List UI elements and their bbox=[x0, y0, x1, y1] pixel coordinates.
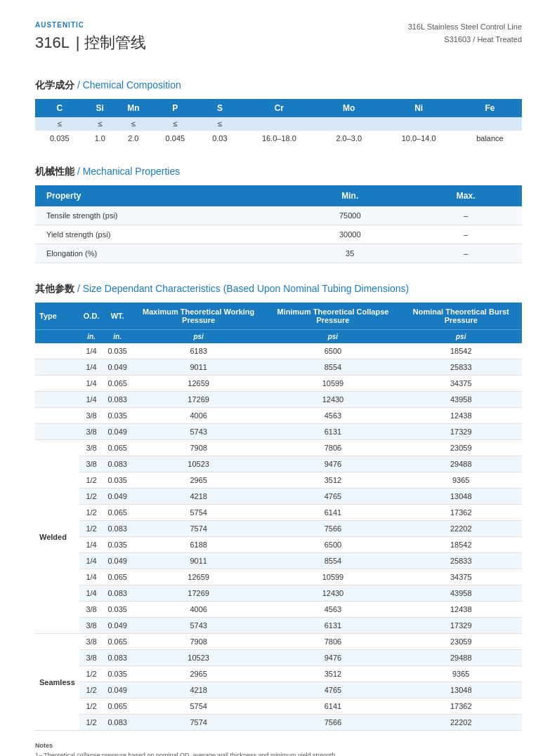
table-row: 1/20.035296535129365 bbox=[35, 472, 522, 489]
sub-fe bbox=[458, 117, 522, 131]
val-mo: 2.0–3.0 bbox=[318, 131, 379, 147]
size-cell-mtwp: 17269 bbox=[131, 585, 266, 602]
size-cell-ntbp: 34375 bbox=[400, 569, 523, 585]
size-cell-mtcp: 7566 bbox=[266, 521, 400, 537]
table-row: 3/80.0495743613117329 bbox=[35, 618, 522, 634]
size-cell-od: 3/8 bbox=[79, 424, 104, 440]
size-cell-type bbox=[35, 424, 79, 440]
size-cell-mtwp: 9011 bbox=[131, 553, 266, 569]
size-unit-od: in. bbox=[79, 330, 104, 344]
size-cell-od: 1/4 bbox=[79, 553, 104, 569]
size-cell-wt: 0.035 bbox=[103, 537, 131, 553]
size-cell-wt: 0.035 bbox=[103, 666, 131, 682]
size-cell-mtcp: 4765 bbox=[266, 489, 400, 505]
val-c: 0.035 bbox=[35, 131, 84, 147]
mechanical-section-title: 机械性能 / Mechanical Properties bbox=[35, 166, 522, 178]
size-cell-od: 1/2 bbox=[79, 521, 104, 537]
size-cell-type bbox=[35, 392, 79, 408]
size-cell-ntbp: 25833 bbox=[400, 553, 523, 569]
size-cell-od: 1/2 bbox=[79, 505, 104, 521]
mech-yield-max: – bbox=[409, 225, 522, 244]
size-cell-ntbp: 9365 bbox=[400, 666, 523, 682]
size-cell-mtwp: 5743 bbox=[131, 618, 266, 634]
size-cell-od: 1/2 bbox=[79, 715, 104, 731]
model-separator: | bbox=[76, 34, 84, 51]
size-cell-mtwp: 7908 bbox=[131, 440, 266, 456]
header-right: 316L Stainless Steel Control Line S31603… bbox=[408, 21, 522, 46]
product-line: 316L Stainless Steel Control Line bbox=[408, 21, 522, 34]
mech-header-row: Property Min. Max. bbox=[35, 185, 522, 206]
size-cell-od: 3/8 bbox=[79, 618, 104, 634]
product-spec: S31603 / Heat Treated bbox=[408, 34, 522, 46]
size-col-od: O.D. bbox=[79, 303, 104, 330]
size-cell-ntbp: 29488 bbox=[400, 650, 523, 666]
size-cell-mtwp: 4006 bbox=[131, 408, 266, 424]
mech-tensile-max: – bbox=[409, 206, 522, 225]
size-cell-type: Welded bbox=[35, 440, 79, 634]
chem-col-s: S bbox=[199, 99, 240, 117]
size-cell-mtcp: 7806 bbox=[266, 634, 400, 650]
size-cell-mtcp: 12430 bbox=[266, 585, 400, 602]
size-cell-od: 1/2 bbox=[79, 489, 104, 505]
size-cell-mtwp: 6183 bbox=[131, 343, 266, 359]
size-cell-od: 3/8 bbox=[79, 634, 104, 650]
size-cell-mtwp: 2965 bbox=[131, 472, 266, 489]
size-cell-ntbp: 13048 bbox=[400, 489, 523, 505]
table-row: 1/40.0356183650018542 bbox=[35, 343, 522, 359]
chemical-data-row: 0.035 1.0 2.0 0.045 0.03 16.0–18.0 2.0–3… bbox=[35, 131, 522, 147]
size-cell-mtwp: 9011 bbox=[131, 359, 266, 376]
size-cell-wt: 0.049 bbox=[103, 424, 131, 440]
size-cell-mtcp: 9476 bbox=[266, 456, 400, 472]
size-cell-wt: 0.083 bbox=[103, 456, 131, 472]
val-si: 1.0 bbox=[84, 131, 117, 147]
size-cell-ntbp: 9365 bbox=[400, 472, 523, 489]
size-cell-od: 1/4 bbox=[79, 585, 104, 602]
size-cell-mtcp: 8554 bbox=[266, 359, 400, 376]
mech-col-property: Property bbox=[35, 185, 290, 206]
table-row: 1/20.0655754614117362 bbox=[35, 698, 522, 715]
size-cell-mtcp: 9476 bbox=[266, 650, 400, 666]
mechanical-title-zh: 机械性能 bbox=[35, 166, 74, 177]
size-cell-od: 3/8 bbox=[79, 408, 104, 424]
mech-tensile-min: 75000 bbox=[290, 206, 409, 225]
sub-mn: ≤ bbox=[116, 117, 151, 131]
size-cell-od: 1/4 bbox=[79, 569, 104, 585]
header-left: AUSTENITIC 316L | 控制管线 bbox=[35, 21, 146, 51]
size-title-en: / Size Dependant Characteristics (Based … bbox=[77, 283, 409, 294]
size-cell-type bbox=[35, 408, 79, 424]
size-cell-od: 3/8 bbox=[79, 456, 104, 472]
sub-p: ≤ bbox=[151, 117, 200, 131]
size-unit-wt: in. bbox=[103, 330, 131, 344]
size-unit-ntbp: psi bbox=[400, 330, 523, 344]
size-cell-ntbp: 22202 bbox=[400, 715, 523, 731]
table-row: 1/20.0837574756622202 bbox=[35, 521, 522, 537]
size-cell-mtwp: 5743 bbox=[131, 424, 266, 440]
size-cell-ntbp: 12438 bbox=[400, 602, 523, 618]
mech-elongation-label: Elongation (%) bbox=[35, 244, 290, 263]
model-number: 316L bbox=[35, 34, 70, 51]
size-cell-ntbp: 43958 bbox=[400, 392, 523, 408]
mech-tensile-label: Tensile strength (psi) bbox=[35, 206, 290, 225]
table-row: 1/20.0494218476513048 bbox=[35, 489, 522, 505]
chemical-title-zh: 化学成分 bbox=[35, 79, 74, 91]
table-row: 3/80.0495743613117329 bbox=[35, 424, 522, 440]
table-row: 1/20.035296535129365 bbox=[35, 666, 522, 682]
size-cell-wt: 0.049 bbox=[103, 489, 131, 505]
size-cell-ntbp: 18542 bbox=[400, 343, 523, 359]
size-cell-ntbp: 23059 bbox=[400, 634, 523, 650]
sub-c: ≤ bbox=[35, 117, 84, 131]
val-p: 0.045 bbox=[151, 131, 200, 147]
sub-ni bbox=[379, 117, 457, 131]
product-tag: AUSTENITIC bbox=[35, 21, 146, 29]
page-header: AUSTENITIC 316L | 控制管线 316L Stainless St… bbox=[35, 21, 522, 51]
size-cell-mtcp: 7566 bbox=[266, 715, 400, 731]
sub-si: ≤ bbox=[84, 117, 117, 131]
size-cell-mtwp: 7574 bbox=[131, 521, 266, 537]
size-cell-wt: 0.035 bbox=[103, 408, 131, 424]
size-cell-wt: 0.035 bbox=[103, 472, 131, 489]
size-table-body: 1/40.03561836500185421/40.04990118554258… bbox=[35, 343, 522, 731]
size-cell-mtcp: 4563 bbox=[266, 602, 400, 618]
notes-section: Notes 1– Theoretical collapse pressure b… bbox=[35, 741, 522, 756]
size-cell-mtwp: 2965 bbox=[131, 666, 266, 682]
size-cell-od: 1/4 bbox=[79, 392, 104, 408]
